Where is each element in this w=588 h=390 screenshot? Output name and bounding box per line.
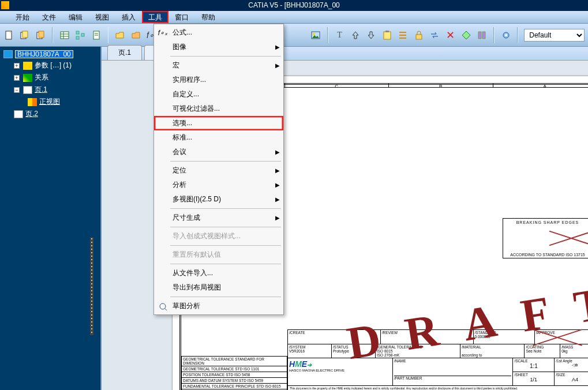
tbtn-flag[interactable] bbox=[460, 29, 471, 41]
svg-line-27 bbox=[164, 308, 167, 310]
svg-rect-5 bbox=[39, 31, 44, 38]
tbtn-lock[interactable] bbox=[413, 29, 424, 41]
dd-standard[interactable]: 标准... bbox=[154, 130, 283, 145]
expand-icon[interactable]: + bbox=[14, 63, 20, 69]
app-icon bbox=[1, 1, 9, 9]
tbtn-doc[interactable] bbox=[91, 29, 102, 41]
tbtn-down[interactable] bbox=[366, 29, 377, 41]
tbtn-table[interactable] bbox=[59, 29, 70, 41]
svg-rect-12 bbox=[81, 33, 84, 36]
menu-tools[interactable]: 工具 bbox=[142, 11, 168, 23]
dd-analyze[interactable]: 分析▶ bbox=[154, 178, 283, 192]
tbtn-new2[interactable] bbox=[19, 29, 30, 41]
svg-rect-18 bbox=[384, 32, 391, 39]
tbtn-list[interactable] bbox=[397, 29, 408, 41]
tree-params[interactable]: + 参数 […] (1) bbox=[14, 59, 99, 72]
menu-bar: 开始 文件 编辑 视图 插入 工具 窗口 帮助 bbox=[0, 11, 588, 24]
window-title: CATIA V5 - [BHHJ01807A_00 bbox=[248, 1, 340, 9]
title-bar: CATIA V5 - [BHHJ01807A_00 bbox=[0, 0, 588, 11]
dd-dimgen[interactable]: 尺寸生成▶ bbox=[154, 211, 283, 225]
svg-rect-10 bbox=[76, 31, 79, 34]
svg-rect-19 bbox=[385, 31, 389, 32]
dd-visfilter[interactable]: 可视化过滤器... bbox=[154, 102, 283, 116]
tbtn-text[interactable]: T bbox=[334, 29, 345, 41]
splitter[interactable] bbox=[90, 237, 93, 335]
dd-export-layout[interactable]: 导出到布局视图 bbox=[154, 280, 283, 295]
tbtn-paste[interactable] bbox=[381, 29, 392, 41]
style-combo[interactable]: Default bbox=[524, 29, 585, 42]
dd-reset-defaults: 重置所有默认值 bbox=[154, 247, 283, 262]
dd-image[interactable]: 图像▶ bbox=[154, 40, 283, 54]
tbtn-book[interactable] bbox=[477, 29, 488, 41]
menu-start[interactable]: 开始 bbox=[9, 11, 36, 23]
tbtn-delete[interactable]: ✕ bbox=[445, 29, 456, 41]
dd-macro[interactable]: 宏▶ bbox=[154, 58, 283, 73]
expand-icon[interactable]: + bbox=[14, 75, 20, 81]
svg-rect-3 bbox=[23, 31, 28, 38]
menu-insert[interactable]: 插入 bbox=[115, 11, 142, 23]
sharp-edges-box: BREAKING SHARP EDGES ACCORDING TO STANDA… bbox=[503, 218, 588, 258]
dd-locate[interactable]: 定位▶ bbox=[154, 163, 283, 178]
menu-view[interactable]: 视图 bbox=[89, 11, 115, 23]
menu-window[interactable]: 窗口 bbox=[168, 11, 195, 23]
tbtn-up[interactable] bbox=[350, 29, 361, 41]
svg-rect-11 bbox=[76, 36, 79, 39]
tree-page1[interactable]: − 页.1 bbox=[14, 84, 99, 96]
tbtn-open2[interactable] bbox=[130, 29, 141, 41]
tbtn-new[interactable] bbox=[3, 29, 14, 41]
dd-formula[interactable]: f∘ₓ公式... bbox=[154, 25, 283, 40]
tree-page2[interactable]: 页.2 bbox=[14, 108, 99, 120]
tools-dropdown: f∘ₓ公式... 图像▶ 宏▶ 实用程序... 自定义... 可视化过滤器...… bbox=[153, 24, 284, 315]
tbtn-gear[interactable] bbox=[500, 29, 511, 41]
dd-utility[interactable]: 实用程序... bbox=[154, 73, 283, 87]
menu-help[interactable]: 帮助 bbox=[195, 11, 222, 23]
collapse-icon[interactable]: − bbox=[14, 87, 20, 93]
svg-rect-6 bbox=[61, 32, 69, 39]
dd-meeting[interactable]: 会议▶ bbox=[154, 145, 283, 159]
dd-customize[interactable]: 自定义... bbox=[154, 87, 283, 102]
menu-edit[interactable]: 编辑 bbox=[62, 11, 89, 23]
dd-options[interactable]: 选项... bbox=[154, 116, 283, 130]
menu-file[interactable]: 文件 bbox=[36, 11, 62, 23]
tbtn-tree[interactable] bbox=[75, 29, 86, 41]
gtol-table: GEOMETRICAL TOLERANCE STANDARD FOR DIMEN… bbox=[181, 356, 287, 390]
tbtn-new3[interactable] bbox=[35, 29, 46, 41]
dd-sketch-analysis[interactable]: 草图分析 bbox=[154, 299, 283, 313]
dd-multiview[interactable]: 多视图(I)(2.5 D)▶ bbox=[154, 192, 283, 207]
tbtn-swap[interactable] bbox=[429, 29, 440, 41]
svg-point-25 bbox=[505, 34, 507, 36]
dd-import-gen-style: 导入创成式视图样式... bbox=[154, 229, 283, 243]
tab-page1[interactable]: 页.1 bbox=[107, 45, 142, 60]
tree-front-view[interactable]: 正视图 bbox=[28, 96, 99, 108]
tbtn-image[interactable] bbox=[310, 29, 321, 41]
title-block: /CREATE /REVIEW /STANDARD0.000000 /APPRO… bbox=[287, 329, 588, 390]
svg-point-17 bbox=[313, 33, 315, 35]
tree-relations[interactable]: + 关系 bbox=[14, 72, 99, 84]
svg-rect-23 bbox=[416, 35, 422, 39]
tbtn-open[interactable] bbox=[114, 29, 125, 41]
dd-import-file[interactable]: 从文件导入... bbox=[154, 266, 283, 280]
spec-tree: BHHJ01807A_00 + 参数 […] (1) + 关系 − 页.1 正视… bbox=[0, 47, 102, 390]
tree-root[interactable]: BHHJ01807A_00 bbox=[3, 49, 99, 59]
toolbar: f∘ₓ T ✕ Default bbox=[0, 24, 588, 47]
